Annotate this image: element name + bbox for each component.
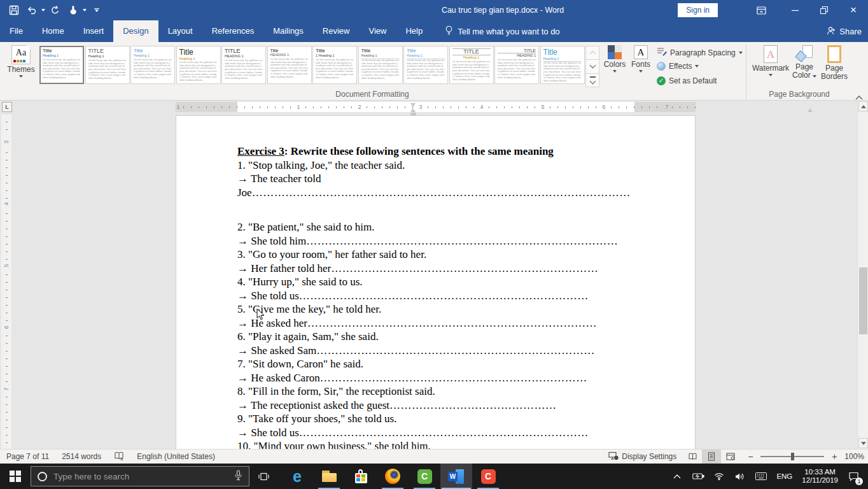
word-window: Cau truc tiep gian tiep.docx - Word Sign… bbox=[0, 0, 868, 489]
style-thumbnail-11[interactable]: TITLEHEADING 1On the Insert tab, the gal… bbox=[494, 46, 539, 84]
battery-icon[interactable] bbox=[690, 464, 706, 489]
paragraph-2: → The teacher told bbox=[237, 172, 636, 186]
page-borders-button[interactable]: Page Borders bbox=[820, 45, 849, 81]
colors-button[interactable]: Colors bbox=[603, 45, 626, 73]
page-color-button[interactable]: Page Color bbox=[791, 45, 818, 80]
thumbnail-heading: Heading 1 bbox=[88, 54, 127, 59]
start-button[interactable] bbox=[0, 464, 31, 489]
action-center-icon[interactable]: 1 bbox=[845, 464, 862, 489]
themes-button[interactable]: Aa Themes bbox=[5, 45, 37, 89]
wifi-icon[interactable] bbox=[711, 464, 727, 489]
effects-button[interactable]: Effects bbox=[657, 62, 699, 71]
style-thumbnail-6[interactable]: TitleHEADING 1On the Insert tab, the gal… bbox=[267, 46, 312, 84]
taskbar-app-store[interactable] bbox=[345, 464, 377, 489]
language-tray-indicator[interactable]: ENG bbox=[774, 472, 795, 480]
tab-home[interactable]: Home bbox=[32, 20, 74, 42]
gallery-scroll-up-icon[interactable] bbox=[585, 46, 599, 60]
print-layout-icon[interactable] bbox=[702, 450, 721, 464]
language-indicator[interactable]: English (United States) bbox=[137, 452, 215, 461]
ribbon-display-options-icon[interactable] bbox=[748, 0, 774, 20]
display-settings-button[interactable]: Display Settings bbox=[608, 451, 676, 462]
hidden-icons-chevron-icon[interactable] bbox=[669, 464, 685, 489]
minimize-button[interactable] bbox=[780, 0, 809, 20]
paragraph-spacing-button[interactable]: Paragraph Spacing bbox=[657, 47, 743, 58]
left-indent-marker[interactable] bbox=[410, 113, 416, 116]
zoom-slider[interactable] bbox=[760, 456, 824, 457]
style-thumbnail-8[interactable]: TitleHeading 1On the Insert tab, the gal… bbox=[358, 46, 403, 84]
undo-icon[interactable] bbox=[24, 3, 39, 18]
gallery-scrollbar bbox=[585, 46, 599, 87]
sign-in-button[interactable]: Sign in bbox=[678, 3, 718, 17]
touch-mode-dropdown-icon[interactable] bbox=[83, 9, 87, 11]
scroll-down-icon[interactable] bbox=[858, 438, 868, 448]
zoom-level[interactable]: 100% bbox=[844, 452, 864, 461]
tab-references[interactable]: References bbox=[202, 20, 263, 42]
fonts-button[interactable]: A Fonts bbox=[630, 45, 652, 73]
dotted-leader: …………………………………………………………………… bbox=[299, 290, 589, 302]
web-layout-icon[interactable] bbox=[721, 450, 740, 464]
proofing-icon[interactable] bbox=[114, 451, 124, 462]
style-thumbnail-3[interactable]: TitleHeading 1On the Insert tab, the gal… bbox=[130, 46, 175, 84]
hanging-indent-marker[interactable] bbox=[410, 108, 416, 112]
style-thumbnail-2[interactable]: TITLEHeading 1On the Insert tab, the gal… bbox=[85, 46, 130, 84]
gallery-scroll-down-icon[interactable] bbox=[585, 59, 599, 73]
taskbar-app-firefox[interactable] bbox=[377, 464, 409, 489]
dotted-leader: …………………………………………………………………… bbox=[307, 317, 597, 329]
word-count[interactable]: 2514 words bbox=[62, 452, 101, 461]
taskbar-app-edge[interactable]: e bbox=[281, 464, 313, 489]
taskbar-app-recorder[interactable]: C bbox=[472, 464, 504, 489]
close-button[interactable]: × bbox=[839, 0, 868, 20]
right-indent-marker[interactable] bbox=[808, 108, 813, 112]
taskbar-search-input[interactable]: Type here to search bbox=[31, 466, 249, 486]
tab-design[interactable]: Design bbox=[113, 20, 158, 42]
zoom-slider-thumb[interactable] bbox=[791, 453, 794, 460]
undo-dropdown-icon[interactable] bbox=[41, 9, 45, 11]
zoom-out-button[interactable]: − bbox=[746, 451, 754, 462]
set-as-default-button[interactable]: ✓ Set as Default bbox=[657, 76, 717, 85]
redo-icon[interactable] bbox=[48, 3, 63, 18]
touch-mode-icon[interactable] bbox=[66, 3, 81, 18]
touch-keyboard-icon[interactable] bbox=[753, 464, 769, 489]
tab-insert[interactable]: Insert bbox=[74, 20, 114, 42]
tab-review[interactable]: Review bbox=[313, 20, 360, 42]
save-icon[interactable] bbox=[6, 3, 22, 18]
scrollbar-thumb[interactable] bbox=[859, 267, 867, 334]
taskbar-app-word[interactable]: W bbox=[440, 464, 472, 489]
tell-me-box[interactable]: Tell me what you want to do bbox=[445, 20, 559, 42]
collapse-ribbon-icon[interactable] bbox=[855, 92, 863, 98]
style-thumbnail-1[interactable]: TitleHeading 1On the Insert tab, the gal… bbox=[39, 46, 84, 84]
customize-qat-icon[interactable] bbox=[89, 3, 104, 18]
tab-layout[interactable]: Layout bbox=[158, 20, 202, 42]
paragraph-15: 7. "Sit down, Caron" he said. bbox=[237, 357, 636, 371]
thumbnail-title: Title bbox=[134, 48, 172, 53]
style-thumbnail-7[interactable]: Title1 Heading 1On the Insert tab, the g… bbox=[312, 46, 357, 84]
taskbar-app-camtasia[interactable]: C bbox=[409, 464, 440, 489]
style-thumbnail-10[interactable]: TITLEHeading 1On the Insert tab, the gal… bbox=[449, 46, 494, 84]
tab-view[interactable]: View bbox=[359, 20, 396, 42]
zoom-in-button[interactable]: + bbox=[830, 451, 838, 462]
tab-help[interactable]: Help bbox=[396, 20, 432, 42]
paragraph-spacing-icon bbox=[657, 47, 667, 58]
scroll-up-icon[interactable] bbox=[858, 101, 868, 111]
share-button[interactable]: Share bbox=[827, 20, 862, 42]
page-indicator[interactable]: Page 7 of 11 bbox=[6, 452, 49, 461]
read-mode-icon[interactable] bbox=[683, 450, 702, 464]
gallery-more-icon[interactable] bbox=[585, 73, 599, 87]
volume-icon[interactable] bbox=[732, 464, 748, 489]
tab-stop-selector[interactable]: L bbox=[2, 102, 12, 112]
style-thumbnail-4[interactable]: TitleHeading 1On the Insert tab, the gal… bbox=[176, 46, 221, 84]
tab-mailings[interactable]: Mailings bbox=[263, 20, 313, 42]
first-line-indent-marker[interactable] bbox=[410, 103, 416, 107]
watermark-button[interactable]: A Watermark bbox=[752, 45, 789, 76]
style-thumbnail-9[interactable]: TitleHeading 1On the Insert tab, the gal… bbox=[403, 46, 448, 84]
clock[interactable]: 10:33 AM 12/11/2019 bbox=[799, 468, 841, 485]
tab-file[interactable]: File bbox=[0, 20, 32, 42]
vertical-scrollbar[interactable] bbox=[857, 101, 868, 449]
style-thumbnail-5[interactable]: TITLEHEADING 1On the Insert tab, the gal… bbox=[221, 46, 266, 84]
microphone-icon[interactable] bbox=[234, 470, 242, 483]
task-view-icon[interactable] bbox=[249, 464, 277, 489]
taskbar-app-explorer[interactable] bbox=[313, 464, 345, 489]
style-thumbnail-12[interactable]: TitleHeading 1On the Insert tab, the gal… bbox=[540, 46, 585, 84]
restore-button[interactable] bbox=[809, 0, 839, 20]
document-page[interactable]: Exercise 3: Rewrite these following sent… bbox=[176, 116, 695, 449]
